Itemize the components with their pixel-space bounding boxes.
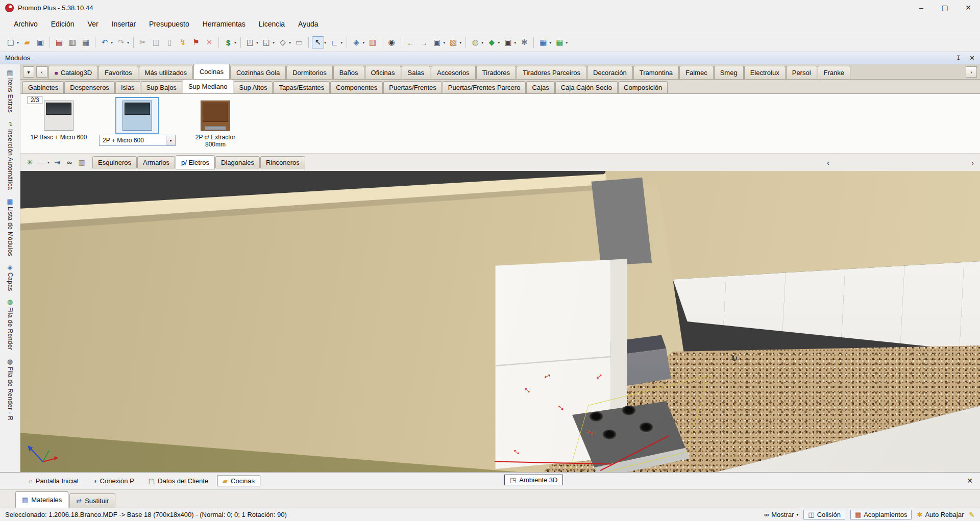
catalog-tab-salas[interactable]: Salas	[402, 66, 431, 79]
colision-toggle-button[interactable]: ◫ Colisión	[803, 510, 845, 519]
catalog-tab-decoracion[interactable]: Decoración	[587, 66, 633, 79]
close-button[interactable]: ✕	[957, 0, 980, 15]
catalog-scroll-left-button[interactable]: ‹	[36, 66, 47, 78]
bottom-tab-conexion[interactable]: ◑ Conexión P	[87, 476, 140, 486]
palette-blue-icon[interactable]: ▦	[537, 36, 549, 48]
budget-icon[interactable]: $	[222, 36, 234, 48]
search-modules-icon[interactable]: ∞	[64, 157, 75, 168]
walk-back-icon[interactable]: ←	[404, 36, 416, 48]
open-folder-icon[interactable]: ▰	[21, 36, 33, 48]
view-layout-icon[interactable]: ◱	[260, 36, 273, 48]
catalog-tab-tramontina[interactable]: Tramontina	[633, 66, 679, 79]
catalog-tab-tiradores[interactable]: Tiradores	[476, 66, 516, 79]
module-thumb-image-selected[interactable]	[117, 99, 157, 132]
wand-icon[interactable]: ✎	[969, 511, 975, 519]
new-caret-icon[interactable]: ▾	[17, 40, 19, 45]
catalog-grid-icon[interactable]: ▥	[76, 157, 87, 168]
menu-archivo[interactable]: Archivo	[7, 15, 44, 33]
close-tab-icon[interactable]: ✕	[967, 477, 973, 485]
print-icon[interactable]: ▤	[53, 36, 65, 48]
box3d-icon[interactable]: ▧	[447, 36, 459, 48]
category-tab-componentes[interactable]: Componentes	[330, 81, 383, 93]
3d-viewport[interactable]: ↔ ↔ ↔ ↔ ↔ ↔ ↻	[20, 171, 980, 472]
module-thumb-1p-basc-micro[interactable]: 1P Basc + Micro 600	[26, 99, 92, 141]
delete-icon[interactable]: ✕	[203, 36, 215, 48]
category-tab-caja-cajon-socio[interactable]: Caja Cajón Socio	[555, 81, 618, 93]
render-quality-icon[interactable]: ◍	[469, 36, 481, 48]
menu-herramientas[interactable]: Herramientas	[196, 15, 252, 33]
module-thumb-2p-micro[interactable]: 2P + Micro 600 ▾	[104, 99, 170, 146]
catalog-tab-tiradores-parceiros[interactable]: Tiradores Parceiros	[517, 66, 586, 79]
sidebar-item-insercion-automatica[interactable]: ↴ Inserción Automática	[0, 116, 20, 193]
view-grid-caret-icon[interactable]: ▾	[256, 40, 258, 45]
catalog-tab-banos[interactable]: Baños	[333, 66, 364, 79]
category-tab-sup-bajos[interactable]: Sup Bajos	[141, 81, 182, 93]
menu-edicion[interactable]: Edición	[44, 15, 81, 33]
window-nav-icon[interactable]: ▣	[431, 36, 443, 48]
catalog-tab-electrolux[interactable]: Electrolux	[744, 66, 786, 79]
box3d-caret-icon[interactable]: ▾	[459, 40, 461, 45]
catalog-tab-catalog3d[interactable]: ■ Catalog3D	[48, 66, 98, 79]
eye-icon[interactable]: ◉	[385, 36, 398, 48]
catalog-tab-smeg[interactable]: Smeg	[714, 66, 744, 79]
acoplamientos-toggle-button[interactable]: ▦ Acoplamientos	[850, 510, 912, 519]
category-tab-puertas-frentes[interactable]: Puertas/Frentes	[383, 81, 442, 93]
category-tab-sup-mediano[interactable]: Sup Mediano	[183, 79, 233, 93]
catalog-tab-dormitorios[interactable]: Dormitorios	[286, 66, 332, 79]
format-brush-icon[interactable]: ↯	[177, 36, 189, 48]
menu-presupuesto[interactable]: Presupuesto	[142, 15, 196, 33]
category-tab-sup-altos[interactable]: Sup Altos	[234, 81, 273, 93]
sidebar-item-fila-de-render[interactable]: ◍ Fila de Render	[0, 294, 20, 354]
menu-ver[interactable]: Ver	[81, 15, 105, 33]
catalog-tab-falmec[interactable]: Falmec	[679, 66, 714, 79]
bottom-tab-ambiente-3d[interactable]: ◳ Ambiente 3D	[504, 475, 563, 485]
material-drop-icon[interactable]: ◆	[485, 36, 498, 48]
catalog-scroll-right-button[interactable]: ›	[966, 66, 977, 78]
insert-in-wall-icon[interactable]: ⇥	[52, 157, 63, 168]
tab-materiales[interactable]: ▦ Materiales	[15, 491, 68, 508]
module-thumb-image[interactable]	[39, 99, 79, 132]
material-caret-icon[interactable]: ▾	[498, 40, 500, 45]
sidebar-item-itens-extras[interactable]: ▤ Itens Extras	[0, 65, 20, 116]
sidebar-item-lista-de-modulos[interactable]: ▦ Lista de Módulos	[0, 194, 20, 260]
minimize-button[interactable]: –	[910, 0, 933, 15]
line-style-caret-icon[interactable]: ▾	[47, 160, 50, 165]
menu-licencia[interactable]: Licencia	[252, 15, 291, 33]
draw-shape-icon[interactable]: ◇	[277, 36, 289, 48]
combo-caret-icon[interactable]: ▾	[166, 135, 175, 145]
sub-tab-rinconeros[interactable]: Rinconeros	[260, 156, 305, 168]
modules-scroll-left-icon[interactable]: ‹	[827, 158, 829, 167]
sidebar-item-capas[interactable]: ◈ Capas	[0, 260, 20, 295]
menu-insertar[interactable]: Insertar	[105, 15, 142, 33]
menu-ayuda[interactable]: Ayuda	[291, 15, 325, 33]
print-preview-icon[interactable]: ▥	[66, 36, 79, 48]
category-tab-islas[interactable]: Islas	[115, 81, 140, 93]
bottom-tab-pantalla-inicial[interactable]: ⌂ Pantalla Inicial	[23, 476, 84, 486]
sparkle-icon[interactable]: ✱	[518, 36, 530, 48]
walk-forward-icon[interactable]: →	[418, 36, 430, 48]
print-setup-icon[interactable]: ▦	[80, 36, 92, 48]
view-grid-icon[interactable]: ◰	[244, 36, 256, 48]
layers-caret-icon[interactable]: ▾	[362, 40, 364, 45]
cut-icon[interactable]: ✂	[137, 36, 149, 48]
tab-sustituir[interactable]: ⇄ Sustituir	[69, 493, 115, 508]
view-layout-caret-icon[interactable]: ▾	[273, 40, 275, 45]
category-tab-cajas[interactable]: Cajas	[526, 81, 554, 93]
catalog-tab-accesorios[interactable]: Accesorios	[431, 66, 476, 79]
catalog-dropdown-button[interactable]: ▾	[23, 66, 34, 78]
category-tab-puertas-frentes-parcero[interactable]: Puertas/Frentes Parcero	[443, 81, 526, 93]
redo-caret-icon[interactable]: ▾	[127, 40, 129, 45]
budget-caret-icon[interactable]: ▾	[234, 40, 236, 45]
close-panel-icon[interactable]: ✕	[969, 54, 975, 62]
sidebar-item-fila-de-render-r[interactable]: ◍ Fila de Render - R	[0, 354, 20, 424]
catalog-tab-cocinas[interactable]: Cocinas	[193, 64, 230, 79]
panel-icon[interactable]: ▭	[293, 36, 305, 48]
pointer-caret-icon[interactable]: ▾	[324, 40, 326, 45]
layers-icon[interactable]: ◈	[350, 36, 362, 48]
paste-icon[interactable]: ▯	[163, 36, 176, 48]
insert-options-icon[interactable]: ✳	[24, 157, 35, 168]
copy-icon[interactable]: ◫	[150, 36, 162, 48]
category-tab-despenseros[interactable]: Despenseros	[64, 81, 115, 93]
undo-icon[interactable]: ↶	[99, 36, 111, 48]
module-variant-select[interactable]: 2P + Micro 600 ▾	[99, 135, 176, 146]
